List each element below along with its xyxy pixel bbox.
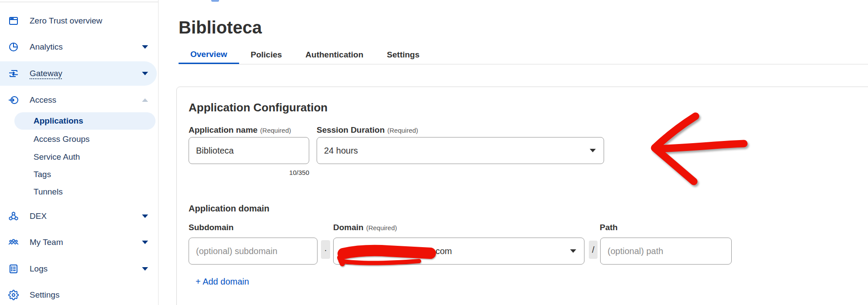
tab-policies[interactable]: Policies — [239, 46, 294, 64]
chevron-down-icon[interactable] — [142, 72, 148, 75]
hex-cluster-icon — [8, 211, 19, 222]
sidebar-item-access-groups[interactable]: Access Groups — [0, 131, 158, 148]
sidebar-item-gateway[interactable]: Gateway — [0, 61, 157, 86]
chevron-down-icon[interactable] — [142, 215, 148, 218]
sidebar-item-label: My Team — [30, 238, 63, 247]
slash-separator: / — [589, 241, 598, 259]
browser-window-icon — [8, 15, 19, 27]
sidebar-border — [158, 0, 159, 305]
sidebar: Zero Trust overview Analytics Gateway — [0, 0, 158, 305]
domain-label: Domain(Required) — [333, 223, 397, 232]
chevron-down-icon[interactable] — [142, 241, 148, 244]
sidebar-item-tags[interactable]: Tags — [0, 166, 158, 183]
sidebar-item-access[interactable]: Access — [0, 88, 158, 112]
cut-off-element — [211, 0, 219, 2]
gateway-icon — [8, 68, 19, 79]
char-counter: 10/350 — [244, 169, 309, 176]
tab-settings[interactable]: Settings — [375, 46, 431, 64]
sidebar-item-settings[interactable]: Settings — [0, 283, 158, 305]
sidebar-item-dex[interactable]: DEX — [0, 204, 158, 228]
application-name-label: Application name(Required) — [189, 125, 291, 135]
required-hint: (Required) — [366, 224, 397, 231]
chevron-down-icon — [590, 149, 596, 152]
log-list-icon — [8, 263, 19, 275]
tab-overview[interactable]: Overview — [179, 46, 239, 64]
people-icon — [8, 237, 19, 248]
sidebar-item-analytics[interactable]: Analytics — [0, 35, 158, 59]
dot-separator: . — [321, 240, 330, 259]
sidebar-item-zero-trust-overview[interactable]: Zero Trust overview — [0, 9, 158, 33]
sidebar-item-label: Analytics — [30, 42, 63, 52]
sidebar-subitem-label: Service Auth — [34, 152, 80, 162]
subdomain-label: Subdomain — [189, 223, 233, 232]
sidebar-subitem-label: Applications — [34, 116, 83, 126]
sidebar-item-label: Logs — [30, 264, 47, 274]
sidebar-item-my-team[interactable]: My Team — [0, 230, 158, 255]
login-arrow-icon — [8, 94, 19, 106]
application-name-input[interactable] — [189, 137, 309, 164]
sidebar-item-logs[interactable]: Logs — [0, 257, 158, 281]
session-duration-value: 24 hours — [324, 146, 358, 156]
application-domain-heading: Application domain — [189, 204, 270, 214]
chevron-down-icon[interactable] — [142, 267, 148, 271]
subdomain-input[interactable] — [189, 238, 317, 265]
required-hint: (Required) — [260, 127, 291, 134]
path-label: Path — [600, 223, 618, 232]
sidebar-item-label: Settings — [30, 290, 60, 300]
sidebar-item-label: Access — [30, 95, 56, 105]
page-title: Biblioteca — [179, 18, 262, 37]
pie-chart-icon — [8, 41, 19, 53]
sidebar-subitem-label: Tunnels — [34, 187, 63, 197]
sidebar-item-tunnels[interactable]: Tunnels — [0, 183, 158, 201]
session-duration-label: Session Duration(Required) — [317, 125, 418, 135]
sidebar-subitem-label: Access Groups — [34, 134, 90, 144]
add-domain-link[interactable]: + Add domain — [196, 277, 249, 287]
tab-authentication[interactable]: Authentication — [294, 46, 375, 64]
sidebar-item-service-auth[interactable]: Service Auth — [0, 148, 158, 166]
required-hint: (Required) — [387, 127, 418, 134]
sidebar-item-label: Gateway — [30, 69, 62, 78]
chevron-up-icon[interactable] — [142, 98, 148, 102]
chevron-down-icon[interactable] — [142, 45, 148, 49]
sidebar-divider — [0, 2, 158, 2]
domain-visible-text: com — [436, 246, 452, 256]
session-duration-select[interactable]: 24 hours — [317, 137, 604, 164]
application-configuration-card — [176, 87, 868, 305]
domain-select[interactable]: com — [333, 238, 584, 265]
sidebar-item-label: DEX — [30, 211, 47, 221]
tab-bar: Overview Policies Authentication Setting… — [179, 46, 868, 64]
sidebar-item-applications[interactable]: Applications — [14, 112, 155, 130]
section-title: Application Configuration — [189, 101, 328, 114]
gear-icon — [8, 289, 19, 301]
sidebar-subitem-label: Tags — [34, 170, 51, 179]
path-input[interactable] — [600, 238, 732, 265]
sidebar-item-label: Zero Trust overview — [30, 16, 102, 26]
zero-trust-dashboard: Zero Trust overview Analytics Gateway — [0, 0, 868, 305]
chevron-down-icon — [570, 249, 576, 253]
